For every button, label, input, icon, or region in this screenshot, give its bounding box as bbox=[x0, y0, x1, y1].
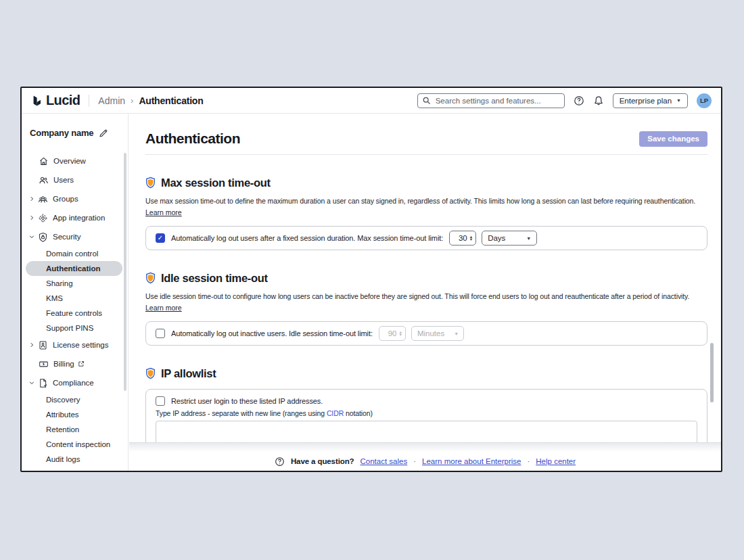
sidebar-item-kms[interactable]: KMS bbox=[26, 291, 122, 306]
sidebar-nav: Overview Users bbox=[22, 151, 128, 467]
help-center-link[interactable]: Help center bbox=[536, 457, 576, 465]
sidebar-scrollbar[interactable] bbox=[124, 153, 126, 391]
breadcrumb-admin[interactable]: Admin bbox=[98, 95, 125, 106]
topbar: Lucid Admin › Authentication bbox=[22, 88, 721, 114]
ip-helper-post: notation) bbox=[344, 409, 373, 417]
idle-session-card: Automatically log out inactive users. Id… bbox=[145, 321, 707, 346]
contact-sales-link[interactable]: Contact sales bbox=[361, 457, 408, 465]
sidebar-item-security[interactable]: Security bbox=[26, 227, 122, 246]
company-row: Company name bbox=[22, 114, 128, 141]
app-integration-icon bbox=[38, 213, 48, 223]
checkmark-icon: ✓ bbox=[158, 235, 163, 241]
edit-pencil-icon[interactable] bbox=[99, 129, 108, 138]
section-title: Max session time-out bbox=[161, 177, 271, 189]
page-background: Lucid Admin › Authentication bbox=[0, 0, 744, 560]
question-circle-icon bbox=[275, 457, 285, 467]
max-session-checkbox[interactable]: ✓ bbox=[156, 233, 165, 243]
section-ip-allowlist: IP allowlist Restrict user login to thes… bbox=[145, 366, 707, 442]
learn-more-link[interactable]: Learn more bbox=[145, 208, 182, 217]
help-icon bbox=[574, 95, 584, 106]
security-shield-icon bbox=[38, 232, 48, 242]
topbar-actions: Enterprise plan ▼ LP bbox=[417, 93, 712, 108]
header-divider bbox=[145, 154, 707, 155]
search-box bbox=[417, 93, 565, 108]
max-session-unit-select[interactable]: Days ▼ bbox=[482, 231, 537, 246]
notifications-button[interactable] bbox=[593, 95, 604, 106]
sidebar-item-sharing[interactable]: Sharing bbox=[26, 276, 122, 291]
lucid-logo-icon bbox=[31, 95, 43, 107]
sidebar-item-content-inspection[interactable]: Content inspection bbox=[26, 437, 122, 452]
sidebar-item-app-integration[interactable]: App integration bbox=[26, 208, 122, 227]
sidebar-item-label: Retention bbox=[46, 425, 79, 434]
caret-down-icon: ▼ bbox=[444, 331, 459, 336]
number-stepper[interactable]: ▲ ▼ bbox=[469, 235, 473, 241]
max-session-number-field[interactable] bbox=[455, 234, 467, 242]
content-header: Authentication Save changes bbox=[145, 130, 707, 147]
help-button[interactable] bbox=[574, 95, 584, 106]
sidebar-item-feature-controls[interactable]: Feature controls bbox=[26, 306, 122, 321]
sidebar-item-license-settings[interactable]: License settings bbox=[26, 335, 122, 354]
chevron-down-icon[interactable] bbox=[28, 233, 38, 240]
idle-session-number-field bbox=[384, 329, 396, 337]
section-idle-session-timeout: Idle session time-out Use idle session t… bbox=[145, 271, 707, 346]
sidebar-item-discovery[interactable]: Discovery bbox=[26, 392, 122, 407]
stepper-down-icon: ▼ bbox=[469, 238, 473, 241]
settings-content: Authentication Save changes Max session bbox=[129, 114, 721, 442]
ip-address-textarea[interactable] bbox=[156, 421, 697, 442]
plan-dropdown[interactable]: Enterprise plan ▼ bbox=[613, 93, 688, 108]
ip-helper-text: Type IP address - separate with new line… bbox=[156, 409, 697, 418]
billing-icon bbox=[39, 359, 49, 369]
section-title: Idle session time-out bbox=[161, 272, 268, 285]
chevron-right-icon[interactable] bbox=[28, 195, 38, 202]
idle-session-checkbox[interactable] bbox=[156, 329, 165, 338]
section-description: Use max session time-out to define the m… bbox=[145, 196, 707, 206]
premium-shield-icon bbox=[145, 367, 156, 379]
premium-shield-icon bbox=[145, 177, 156, 189]
content-scrollbar[interactable] bbox=[710, 343, 714, 402]
cidr-link[interactable]: CIDR bbox=[327, 409, 344, 417]
sidebar-item-domain-control[interactable]: Domain control bbox=[26, 246, 122, 261]
ip-allowlist-option-label: Restrict user login to these listed IP a… bbox=[171, 397, 323, 405]
ip-helper-pre: Type IP address - separate with new line… bbox=[156, 409, 327, 417]
chevron-down-icon[interactable] bbox=[28, 379, 38, 386]
caret-down-icon: ▼ bbox=[676, 98, 681, 103]
learn-more-link[interactable]: Learn more bbox=[145, 303, 182, 312]
sidebar-item-label: License settings bbox=[53, 341, 108, 349]
footer-separator: · bbox=[527, 457, 530, 465]
max-session-card: ✓ Automatically log out users after a fi… bbox=[145, 226, 707, 250]
home-icon bbox=[39, 156, 49, 166]
sidebar-item-groups[interactable]: Groups bbox=[26, 189, 122, 208]
sidebar-item-label: Groups bbox=[53, 195, 78, 203]
section-max-session-timeout: Max session time-out Use max session tim… bbox=[145, 175, 707, 250]
avatar[interactable]: LP bbox=[697, 93, 712, 108]
search-input[interactable] bbox=[417, 93, 565, 108]
license-card-icon bbox=[38, 340, 48, 350]
chevron-right-icon[interactable] bbox=[28, 214, 38, 221]
sidebar-item-label: Feature controls bbox=[46, 309, 102, 317]
save-changes-button[interactable]: Save changes bbox=[639, 131, 707, 147]
sidebar-item-label: Overview bbox=[53, 157, 86, 165]
sidebar-item-users[interactable]: Users bbox=[26, 170, 122, 189]
caret-down-icon: ▼ bbox=[517, 236, 531, 241]
admin-window: Lucid Admin › Authentication bbox=[20, 87, 722, 472]
sidebar-item-attributes[interactable]: Attributes bbox=[26, 407, 122, 422]
sidebar-item-label: Audit logs bbox=[46, 455, 80, 463]
sidebar-item-support-pins[interactable]: Support PINS bbox=[26, 321, 122, 335]
breadcrumb-separator: › bbox=[131, 95, 133, 106]
sidebar-item-label: Content inspection bbox=[46, 440, 110, 448]
sidebar-item-billing[interactable]: Billing bbox=[26, 354, 122, 373]
main-area: Authentication Save changes Max session bbox=[129, 114, 721, 471]
sidebar-item-compliance[interactable]: Compliance bbox=[26, 373, 122, 392]
sidebar-item-authentication[interactable]: Authentication bbox=[26, 261, 122, 276]
external-link-icon bbox=[78, 360, 85, 367]
plan-label: Enterprise plan bbox=[620, 97, 672, 105]
sidebar-item-overview[interactable]: Overview bbox=[26, 151, 122, 170]
sidebar-item-audit-logs[interactable]: Audit logs bbox=[26, 452, 122, 467]
brand-divider bbox=[89, 95, 89, 107]
lucid-logo[interactable]: Lucid bbox=[31, 93, 80, 108]
ip-allowlist-checkbox[interactable] bbox=[156, 396, 165, 406]
chevron-right-icon[interactable] bbox=[28, 342, 38, 348]
sidebar-item-label: Attributes bbox=[46, 411, 79, 419]
sidebar-item-retention[interactable]: Retention bbox=[26, 422, 122, 437]
learn-more-enterprise-link[interactable]: Learn more about Enterprise bbox=[422, 457, 521, 465]
